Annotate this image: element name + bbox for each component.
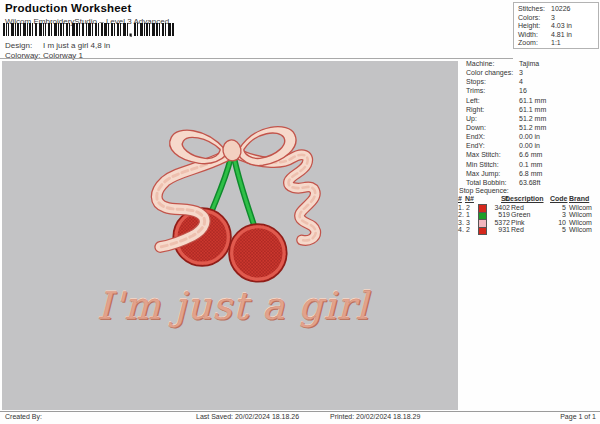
stat-height: Height:4.03 in	[518, 22, 598, 31]
machine-row: Up:51.2 mm	[466, 114, 598, 123]
stat-zoom: Zoom:1:1	[518, 39, 598, 48]
stop-sequence-header: # N# St. Description Code Brand	[455, 195, 600, 203]
design-value: I m just a girl 4,8 in	[43, 41, 110, 50]
stop-sequence-row: 4. 2 931 Red 5 Wilcom	[455, 226, 600, 234]
design-caption: I'm just a girl I'm just a girl I'm just…	[96, 283, 372, 329]
cherry-right-icon	[229, 224, 287, 282]
embroidery-design: I'm just a girl I'm just a girl I'm just…	[2, 61, 458, 410]
stats-box: Stitches:10226 Colors:3 Height:4.03 in W…	[513, 2, 599, 49]
design-label: Design:	[5, 41, 43, 50]
machine-row: Machine:Tajima	[466, 59, 598, 68]
production-worksheet-page: Production Worksheet Wilcom EmbroiderySt…	[0, 0, 600, 424]
page-title: Production Worksheet	[5, 2, 131, 14]
stop-sequence-row: 3. 3 5372 Pink 10 Wilcom	[455, 219, 600, 227]
machine-row: EndY:0.00 in	[466, 141, 598, 150]
footer-divider	[0, 411, 600, 412]
machine-row: Left:61.1 mm	[466, 96, 598, 105]
machine-row: Down:51.2 mm	[466, 123, 598, 132]
stop-sequence-title: Stop Sequence:	[459, 187, 509, 194]
machine-row: Trims:16	[466, 86, 598, 95]
design-caption-text: I'm just a girl	[97, 284, 371, 328]
machine-row: Color changes:3	[466, 68, 598, 77]
header-divider	[0, 58, 513, 59]
stat-colors: Colors:3	[518, 14, 598, 23]
machine-row: Max Stitch:6.6 mm	[466, 150, 598, 159]
stop-sequence-row: 2. 1 519 Green 3 Wilcom	[455, 211, 600, 219]
stat-width: Width:4.81 in	[518, 31, 598, 40]
machine-row: Min Stitch:0.1 mm	[466, 160, 598, 169]
machine-row: Stops:4	[466, 77, 598, 86]
machine-row: EndX:0.00 in	[466, 132, 598, 141]
stop-sequence-row: 1. 2 3402 Red 5 Wilcom	[455, 204, 600, 212]
machine-row: Right:61.1 mm	[466, 105, 598, 114]
machine-row: Max Jump:6.8 mm	[466, 169, 598, 178]
design-row: Design: I m just a girl 4,8 in	[5, 41, 110, 50]
footer-last-saved: Last Saved: 20/02/2024 18.18.26	[196, 413, 299, 420]
stat-stitches: Stitches:10226	[518, 5, 598, 14]
footer-created-by: Created By:	[5, 413, 42, 420]
machine-info-panel: Machine:Tajima Color changes:3 Stops:4 T…	[466, 59, 598, 187]
footer-page-number: Page 1 of 1	[560, 413, 596, 420]
barcode	[3, 23, 175, 37]
footer-printed: Printed: 20/02/2024 18.18.29	[330, 413, 420, 420]
machine-row: Total Bobbin:63.68ft	[466, 178, 598, 187]
design-canvas: I'm just a girl I'm just a girl I'm just…	[2, 61, 458, 410]
